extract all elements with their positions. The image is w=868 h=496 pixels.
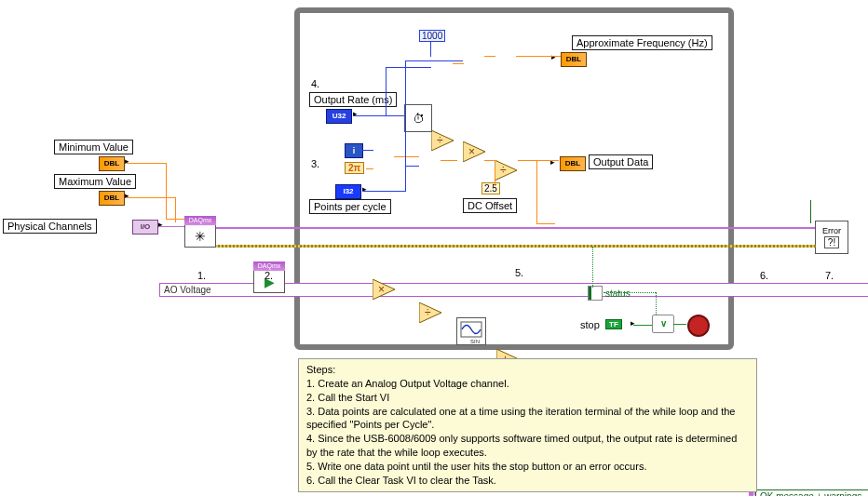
constant-1000[interactable]: 1000 bbox=[419, 30, 445, 42]
terminal-maximum-value[interactable]: DBL bbox=[99, 191, 125, 206]
wire bbox=[604, 292, 656, 294]
svg-text:×: × bbox=[378, 283, 385, 296]
label-approx-freq: Approximate Frequency (Hz) bbox=[572, 35, 712, 50]
label-points-per-cycle: Points per cycle bbox=[309, 199, 391, 214]
indicator-approx-freq[interactable]: DBL bbox=[561, 52, 587, 67]
step-label-3: 3. bbox=[311, 158, 319, 169]
chevron-right-icon: ▸ bbox=[125, 191, 129, 200]
clock-icon: ⏱ bbox=[413, 112, 425, 126]
chevron-right-icon: ▸ bbox=[362, 184, 367, 194]
chevron-right-icon: ▸ bbox=[631, 318, 635, 328]
constant-two-pi: 2π bbox=[345, 162, 364, 174]
divide-function-1[interactable]: ÷ bbox=[431, 130, 452, 149]
error-text-icon: Error bbox=[822, 226, 841, 235]
sparkle-icon: ✳ bbox=[195, 229, 206, 244]
simple-error-handler[interactable]: Error ?! bbox=[815, 221, 848, 254]
chevron-right-icon: ▸ bbox=[158, 220, 163, 229]
notes-header: Steps: bbox=[306, 363, 749, 377]
error-branch-wire bbox=[592, 247, 594, 288]
chevron-right-icon: ▸ bbox=[125, 156, 129, 166]
svg-text:SIN: SIN bbox=[470, 339, 480, 344]
step-label-2: 2. bbox=[264, 270, 273, 281]
wire bbox=[127, 163, 166, 164]
svg-text:÷: ÷ bbox=[425, 306, 431, 319]
label-physical-channels: Physical Channels bbox=[3, 219, 97, 234]
notes-line: 3. Data points are calculated one at a t… bbox=[306, 405, 749, 433]
terminal-minimum-value[interactable]: DBL bbox=[99, 156, 125, 171]
wire bbox=[166, 163, 167, 219]
or-function[interactable]: ∨ bbox=[652, 315, 674, 333]
status-box-icon bbox=[588, 286, 603, 301]
wire bbox=[810, 200, 811, 223]
wire bbox=[160, 226, 184, 227]
step-label-7: 7. bbox=[825, 270, 834, 281]
terminal-points-per-cycle[interactable]: I32 bbox=[335, 184, 361, 199]
label-minimum-value: Minimum Value bbox=[54, 140, 133, 154]
svg-text:÷: ÷ bbox=[500, 164, 507, 177]
notes-line: 2. Call the Start VI bbox=[306, 391, 749, 405]
wire bbox=[175, 197, 176, 222]
label-output-data: Output Data bbox=[589, 154, 653, 169]
step-label-6: 6. bbox=[760, 270, 768, 281]
daqmx-create-channel[interactable]: ✳ bbox=[184, 216, 216, 248]
terminal-output-rate[interactable]: U32 bbox=[326, 109, 352, 124]
notes-line: 5. Write one data point until the user h… bbox=[306, 460, 749, 474]
selector-error-mode[interactable]: OK message + warnings bbox=[755, 489, 868, 496]
question-icon: ?! bbox=[824, 236, 839, 248]
wire bbox=[780, 245, 816, 248]
wait-ms-function[interactable]: ⏱ bbox=[404, 104, 432, 132]
loop-condition-terminal[interactable] bbox=[687, 315, 710, 337]
svg-text:×: × bbox=[468, 145, 475, 158]
step-label-4: 4. bbox=[311, 78, 319, 89]
notes-line: 4. Since the USB-6008/6009 only supports… bbox=[306, 432, 749, 460]
svg-text:÷: ÷ bbox=[437, 134, 443, 147]
sine-function[interactable]: SIN bbox=[456, 317, 486, 345]
step-label-1: 1. bbox=[197, 270, 206, 281]
wire bbox=[166, 219, 184, 220]
multiply-function[interactable]: × bbox=[463, 141, 483, 160]
notes-line: 6. Call the Clear Task VI to clear the T… bbox=[306, 474, 749, 488]
terminal-stop[interactable]: TF bbox=[605, 317, 622, 329]
chevron-right-icon: ▸ bbox=[550, 157, 555, 167]
step-label-5: 5. bbox=[515, 267, 523, 278]
notes-line: 1. Create an Analog Output Voltage chann… bbox=[306, 377, 749, 391]
iteration-terminal: i bbox=[345, 143, 363, 158]
terminal-physical-channels[interactable]: I/O bbox=[132, 220, 158, 235]
divide-function-2[interactable]: ÷ bbox=[495, 160, 515, 179]
label-maximum-value: Maximum Value bbox=[54, 174, 136, 189]
multiply-function-2[interactable]: × bbox=[373, 279, 393, 298]
divide-function-3[interactable]: ÷ bbox=[419, 302, 440, 321]
notes-box: Steps: 1. Create an Analog Output Voltag… bbox=[298, 358, 757, 492]
wire bbox=[127, 197, 175, 198]
indicator-output-data[interactable]: DBL bbox=[560, 156, 586, 171]
label-stop: stop bbox=[580, 319, 600, 330]
constant-dc-offset[interactable]: 2.5 bbox=[481, 182, 500, 194]
chevron-right-icon: ▸ bbox=[551, 52, 556, 61]
label-dc-offset: DC Offset bbox=[463, 198, 517, 213]
chevron-right-icon: ▸ bbox=[353, 109, 358, 118]
label-output-rate: Output Rate (ms) bbox=[309, 92, 397, 107]
